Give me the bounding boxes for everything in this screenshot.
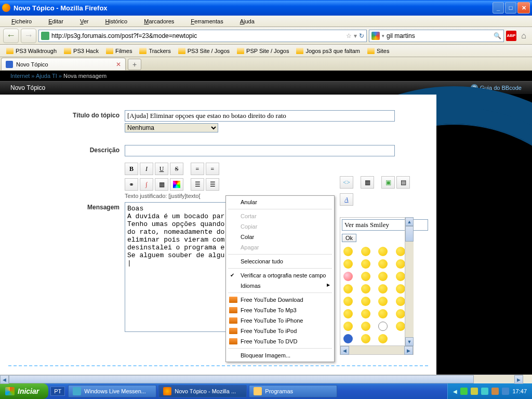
topic-title-input[interactable] bbox=[125, 110, 395, 122]
reload-icon[interactable]: ↻ bbox=[359, 32, 364, 39]
editor-underline-button[interactable]: U bbox=[155, 163, 168, 175]
search-dropdown-icon[interactable]: ▾ bbox=[382, 33, 384, 38]
smiley-icon[interactable] bbox=[378, 272, 388, 281]
smiley-icon[interactable] bbox=[361, 297, 370, 306]
ctx-yt-iphone[interactable]: Free YouTube To iPhone bbox=[227, 315, 333, 326]
editor-script-button[interactable]: ∫ bbox=[140, 178, 153, 191]
editor-grid-button[interactable]: ▦ bbox=[361, 176, 374, 189]
bookmark-folder[interactable]: PS3 Hack bbox=[61, 47, 102, 55]
menu-editar[interactable]: Editar bbox=[40, 17, 72, 25]
tray-icon[interactable] bbox=[491, 388, 499, 395]
smiley-icon[interactable] bbox=[396, 247, 405, 256]
smiley-icon[interactable] bbox=[361, 334, 370, 343]
menu-ver[interactable]: Ver bbox=[72, 17, 97, 25]
smiley-icon[interactable] bbox=[343, 322, 353, 331]
scroll-thumb[interactable] bbox=[405, 226, 414, 242]
scroll-right-button[interactable]: ▶ bbox=[404, 346, 413, 355]
tray-expand-icon[interactable]: ◀ bbox=[453, 389, 457, 394]
smiley-icon[interactable] bbox=[361, 272, 370, 281]
search-go-icon[interactable]: 🔍 bbox=[494, 32, 501, 39]
bookmark-folder[interactable]: PSP Site / Jogos bbox=[234, 47, 292, 55]
ctx-block-image[interactable]: Bloquear Imagem... bbox=[227, 350, 333, 361]
tray-icon[interactable] bbox=[460, 388, 468, 395]
smiley-icon[interactable] bbox=[343, 259, 353, 269]
smiley-icon[interactable] bbox=[396, 284, 405, 294]
new-tab-button[interactable]: + bbox=[128, 59, 141, 70]
smiley-ok-button[interactable]: Ok bbox=[342, 234, 356, 242]
bookmark-folder[interactable]: Sites bbox=[364, 47, 392, 55]
menu-marcadores[interactable]: Marcadores bbox=[136, 17, 182, 25]
smiley-icon[interactable] bbox=[361, 247, 370, 256]
breadcrumb-link[interactable]: Ajuda TI bbox=[36, 73, 57, 79]
ctx-delete[interactable]: Apagar bbox=[227, 242, 333, 252]
scroll-track[interactable] bbox=[405, 226, 414, 337]
taskbar-item-messenger[interactable]: Windows Live Messen... bbox=[68, 385, 156, 397]
start-button[interactable]: Iniciar bbox=[0, 383, 48, 399]
editor-color-button[interactable] bbox=[170, 178, 183, 191]
smiley-icon[interactable] bbox=[396, 322, 405, 331]
maximize-button[interactable]: □ bbox=[505, 2, 516, 14]
ctx-select-all[interactable]: Seleccionar tudo bbox=[227, 256, 333, 267]
description-input[interactable] bbox=[125, 145, 395, 156]
taskbar-item-firefox[interactable]: Novo Tópico - Mozilla ... bbox=[158, 385, 247, 397]
smiley-icon[interactable] bbox=[343, 297, 353, 306]
back-button[interactable]: ← bbox=[3, 29, 19, 43]
abp-icon[interactable]: ABP bbox=[506, 31, 516, 41]
editor-attach-button[interactable]: ▤ bbox=[396, 176, 410, 189]
ctx-cut[interactable]: Cortar bbox=[227, 211, 333, 221]
bbcode-help-link[interactable]: ? Guia do BBcode bbox=[471, 84, 522, 91]
smiley-icon[interactable] bbox=[343, 272, 353, 281]
editor-code-button[interactable]: <> bbox=[340, 176, 353, 189]
smiley-icon[interactable] bbox=[396, 297, 405, 306]
editor-font-button[interactable]: A bbox=[340, 193, 353, 206]
scroll-track[interactable] bbox=[349, 346, 404, 354]
smiley-icon[interactable] bbox=[378, 284, 388, 294]
editor-image-button[interactable]: ▣ bbox=[381, 176, 395, 189]
bookmark-star-icon[interactable]: ☆ bbox=[346, 32, 352, 39]
category-select[interactable]: Nenhuma bbox=[125, 123, 218, 132]
menu-historico[interactable]: Histórico bbox=[97, 17, 136, 25]
smiley-icon[interactable] bbox=[378, 247, 388, 256]
editor-link-button[interactable]: ⚭ bbox=[125, 178, 138, 191]
smiley-icon[interactable] bbox=[343, 334, 353, 343]
tray-icon[interactable] bbox=[481, 388, 488, 395]
ctx-copy[interactable]: Copiar bbox=[227, 221, 333, 232]
scroll-down-button[interactable]: ▼ bbox=[405, 337, 414, 346]
tray-icon[interactable] bbox=[471, 388, 478, 395]
smiley-icon[interactable] bbox=[361, 322, 370, 331]
bookmark-folder[interactable]: PS3 Walktrough bbox=[3, 47, 60, 55]
smiley-icon[interactable] bbox=[343, 309, 353, 318]
smiley-icon[interactable] bbox=[343, 247, 353, 256]
ctx-yt-download[interactable]: Free YouTube Download bbox=[227, 295, 333, 305]
bookmark-folder[interactable]: Filmes bbox=[103, 47, 135, 55]
language-indicator[interactable]: PT bbox=[50, 387, 65, 396]
scroll-thumb[interactable] bbox=[9, 375, 474, 383]
ctx-spellcheck[interactable]: Verificar a ortografia neste campo bbox=[227, 270, 333, 281]
smiley-icon[interactable] bbox=[361, 284, 370, 294]
close-button[interactable]: ✕ bbox=[517, 2, 530, 14]
ctx-yt-ipod[interactable]: Free YouTube To iPod bbox=[227, 326, 333, 336]
scroll-left-button[interactable]: ◀ bbox=[0, 375, 9, 384]
editor-misc-button[interactable]: ☰ bbox=[191, 178, 204, 191]
scroll-left-button[interactable]: ◀ bbox=[340, 346, 349, 355]
scroll-up-button[interactable]: ▲ bbox=[405, 217, 414, 226]
smiley-icon[interactable] bbox=[378, 259, 388, 269]
smiley-icon[interactable] bbox=[361, 309, 370, 318]
editor-strike-button[interactable]: S bbox=[170, 163, 183, 175]
smiley-icon[interactable] bbox=[396, 272, 405, 281]
menu-ajuda[interactable]: Ajuda bbox=[232, 17, 263, 25]
tray-icon[interactable] bbox=[502, 388, 509, 395]
editor-align-center-button[interactable]: ≡ bbox=[206, 163, 219, 175]
clock[interactable]: 17:47 bbox=[512, 388, 527, 394]
taskbar-item-programas[interactable]: Programas bbox=[249, 385, 337, 397]
smiley-icon[interactable] bbox=[396, 259, 405, 269]
editor-table-button[interactable]: ▦ bbox=[155, 178, 168, 191]
menu-ficheiro[interactable]: Ficheiro bbox=[3, 17, 40, 25]
dropdown-icon[interactable]: ▾ bbox=[354, 32, 357, 39]
smiley-icon[interactable] bbox=[378, 309, 388, 318]
forward-button[interactable]: → bbox=[21, 29, 36, 43]
bookmark-folder[interactable]: Trackers bbox=[136, 47, 174, 55]
ctx-undo[interactable]: Anular bbox=[227, 197, 333, 207]
url-input[interactable] bbox=[51, 32, 344, 39]
tab-active[interactable]: Novo Tópico ✕ bbox=[1, 58, 126, 70]
